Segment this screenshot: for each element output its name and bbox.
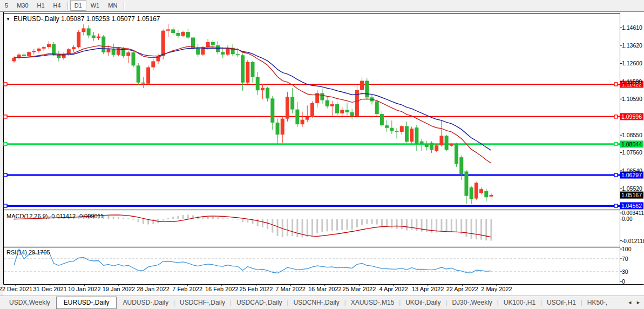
candle xyxy=(256,77,260,90)
candle xyxy=(290,97,294,110)
candle xyxy=(390,128,394,131)
timeframe-button-h1[interactable]: H1 xyxy=(33,0,49,11)
macd-histogram-bar xyxy=(316,219,318,234)
macd-histogram-bar xyxy=(262,219,263,228)
macd-histogram-bar xyxy=(381,219,383,226)
macd-histogram-bar xyxy=(371,219,373,224)
date-axis-label: 7 Feb 2022 xyxy=(172,286,202,292)
date-axis-label: 7 Mar 2022 xyxy=(275,286,306,292)
tab-usdcnh-daily[interactable]: USDCNH-,Daily xyxy=(288,297,344,308)
macd-histogram-bar xyxy=(451,219,452,232)
candle xyxy=(276,123,280,135)
macd-histogram-bar xyxy=(336,219,338,231)
candle xyxy=(161,31,165,56)
candle xyxy=(385,125,389,128)
timeframe-button-w1[interactable]: W1 xyxy=(86,0,104,11)
macd-histogram-bar xyxy=(227,218,228,219)
candle xyxy=(261,88,265,91)
macd-histogram-bar xyxy=(331,219,333,231)
macd-histogram-bar xyxy=(257,219,259,226)
price-badge-label: 1.08044 xyxy=(621,141,642,147)
candle xyxy=(464,171,468,196)
macd-histogram-bar xyxy=(471,219,472,239)
candle xyxy=(27,52,31,56)
macd-histogram-bar xyxy=(107,216,109,219)
candle xyxy=(146,68,150,84)
macd-histogram-bar xyxy=(456,219,457,233)
macd-histogram-bar xyxy=(321,219,323,232)
macd-histogram-bar xyxy=(411,219,412,230)
macd-histogram-bar xyxy=(491,219,492,241)
candle xyxy=(151,61,155,67)
timeframe-button-mn[interactable]: MN xyxy=(104,0,121,11)
macd-histogram-bar xyxy=(292,219,293,237)
candle xyxy=(380,114,384,125)
candle xyxy=(484,191,488,197)
timeframe-button-d1[interactable]: D1 xyxy=(70,0,86,11)
candle xyxy=(201,47,205,55)
date-axis-label: 22 Dec 2021 xyxy=(0,286,32,292)
macd-histogram-bar xyxy=(480,219,482,240)
macd-histogram-bar xyxy=(167,218,169,219)
hline-endpoint-marker xyxy=(4,83,7,86)
candle xyxy=(345,110,349,112)
price-axis-label: 1.14610 xyxy=(622,24,642,31)
chart-window: 1.114221.095961.080441.062971.045621.146… xyxy=(0,11,644,295)
candle xyxy=(395,131,399,132)
chart-background xyxy=(0,11,644,295)
rsi-axis-label: 100 xyxy=(622,246,632,252)
hline-endpoint-marker xyxy=(614,115,618,118)
date-axis-label: 10 Jan 2022 xyxy=(68,286,101,292)
chart-menu-arrow-icon[interactable]: ▼ xyxy=(6,17,10,22)
tab-usdx-weekly[interactable]: USDX,Weekly xyxy=(4,297,55,308)
macd-histogram-bar xyxy=(460,219,462,234)
tab-usdchf-daily[interactable]: USDCHF-,Daily xyxy=(175,297,230,308)
tab-audusd-daily[interactable]: AUDUSD-,Daily xyxy=(118,297,173,308)
candle xyxy=(181,32,185,36)
macd-histogram-bar xyxy=(401,219,403,230)
candle xyxy=(12,58,16,62)
tab-scroll-right-icon[interactable]: ► xyxy=(636,300,641,305)
macd-histogram-bar xyxy=(133,219,134,220)
current-price-label: 1.05167 xyxy=(621,192,642,198)
macd-histogram-bar xyxy=(476,219,477,239)
tab-eurusd-daily[interactable]: EURUSD-,Daily xyxy=(56,297,117,309)
candle xyxy=(445,136,449,150)
macd-histogram-bar xyxy=(232,219,234,219)
candle xyxy=(166,29,170,30)
candle xyxy=(137,65,140,82)
macd-histogram-bar xyxy=(361,219,363,225)
timeframe-button-h4[interactable]: H4 xyxy=(49,0,65,11)
macd-histogram-bar xyxy=(446,219,448,232)
candle xyxy=(72,47,76,49)
macd-histogram-bar xyxy=(172,217,174,219)
candle xyxy=(52,44,56,55)
hline-endpoint-marker xyxy=(614,83,618,86)
tab-scroll-arrows: ◄► xyxy=(622,300,644,305)
timeframe-button-5[interactable]: 5 xyxy=(1,0,12,11)
candle xyxy=(455,144,458,164)
macd-histogram-bar xyxy=(222,218,223,219)
tab-ukoil-daily[interactable]: UKOil-,Daily xyxy=(401,297,445,308)
tab-uk100-h1[interactable]: UK100-,H1 xyxy=(499,297,540,308)
macd-histogram-bar xyxy=(242,219,243,223)
macd-histogram-bar xyxy=(113,217,114,219)
macd-histogram-bar xyxy=(307,219,308,237)
candle xyxy=(186,32,190,37)
timeframe-button-m30[interactable]: M30 xyxy=(12,0,32,11)
hline-endpoint-marker xyxy=(614,143,618,146)
candle xyxy=(211,42,215,45)
macd-histogram-bar xyxy=(366,219,368,224)
tab-scroll-left-icon[interactable]: ◄ xyxy=(627,300,632,305)
tab-dj30-weekly[interactable]: DJ30-,Weekly xyxy=(447,297,497,308)
tab-usoil-h1[interactable]: USOil-,H1 xyxy=(542,297,581,308)
tab-xauusd-m15[interactable]: XAUUSD-,M15 xyxy=(346,297,399,308)
macd-histogram-bar xyxy=(356,219,358,228)
macd-histogram-bar xyxy=(485,219,487,241)
toolbar-separator xyxy=(124,2,124,10)
tab-hk50[interactable]: HK50-, xyxy=(582,297,612,308)
timeframe-toolbar: 5M30H1H4D1W1MN xyxy=(0,0,644,11)
tab-usdcad-daily[interactable]: USDCAD-,Daily xyxy=(232,297,287,308)
candle xyxy=(340,110,344,113)
date-axis-label: 31 Dec 2021 xyxy=(33,286,66,292)
